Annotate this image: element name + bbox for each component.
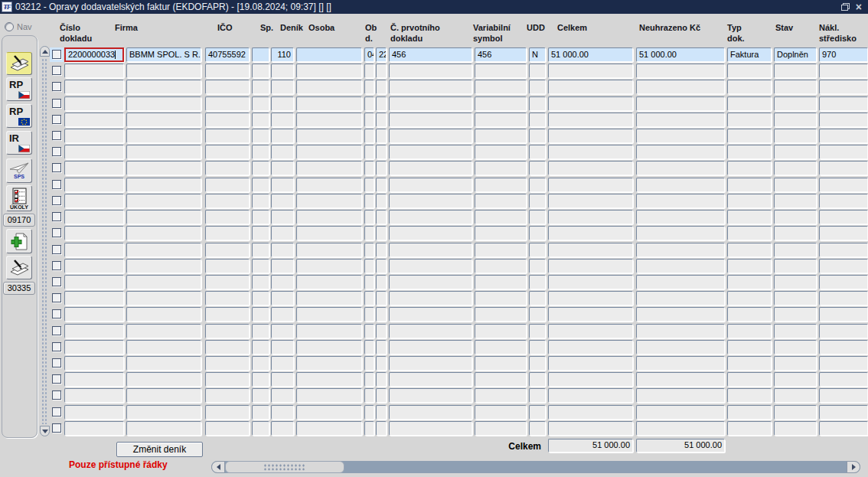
cell-typ[interactable] [727, 356, 772, 371]
cell-typ[interactable] [727, 113, 772, 127]
cell-celkem[interactable] [548, 356, 633, 371]
cell-firma[interactable] [126, 96, 201, 111]
cell-ico[interactable]: 40755592 [205, 47, 250, 62]
cell-neuhrazeno[interactable] [636, 291, 725, 305]
sps-button[interactable]: SPS [6, 158, 32, 183]
cell-nakl[interactable] [819, 226, 868, 240]
cell-celkem[interactable] [548, 161, 633, 175]
cell-typ[interactable] [727, 307, 772, 322]
cell-varsym[interactable] [475, 96, 527, 111]
cell-firma[interactable] [126, 291, 201, 305]
cell-osoba[interactable] [296, 291, 362, 305]
cell-varsym[interactable] [475, 372, 527, 387]
cell-neuhrazeno[interactable] [636, 129, 725, 143]
cell-celkem[interactable] [548, 275, 633, 289]
cell-ob[interactable] [364, 226, 374, 240]
cell-firma[interactable] [126, 405, 201, 420]
cell-typ[interactable] [727, 178, 772, 192]
cell-denik[interactable] [271, 291, 294, 305]
cell-d[interactable] [376, 275, 387, 289]
cell-varsym[interactable] [475, 340, 527, 354]
cell-firma[interactable] [126, 372, 201, 387]
cell-ico[interactable] [205, 145, 250, 159]
cell-prvotni[interactable] [389, 275, 472, 289]
cell-typ[interactable] [727, 64, 772, 78]
cell-typ[interactable] [727, 291, 772, 305]
cell-d[interactable] [376, 113, 387, 127]
cell-celkem[interactable] [548, 307, 633, 322]
cell-sp[interactable] [252, 340, 269, 354]
cell-ico[interactable] [205, 405, 250, 420]
cell-osoba[interactable] [296, 129, 362, 143]
cell-ico[interactable] [205, 161, 250, 175]
cell-ico[interactable] [205, 307, 250, 322]
cell-firma[interactable] [126, 324, 201, 338]
cell-cislo[interactable] [64, 388, 124, 403]
cell-varsym[interactable] [475, 210, 527, 224]
cell-cislo[interactable] [64, 356, 124, 371]
cell-stav[interactable] [774, 113, 817, 127]
cell-prvotni[interactable] [389, 259, 472, 273]
cell-nakl[interactable] [819, 80, 868, 94]
cell-ico[interactable] [205, 259, 250, 273]
cell-typ[interactable] [727, 421, 772, 436]
cell-ob[interactable] [364, 421, 374, 436]
cell-ico[interactable] [205, 275, 250, 289]
cell-udd[interactable] [529, 64, 546, 78]
cell-typ[interactable] [727, 372, 772, 387]
cell-cislo[interactable] [64, 145, 124, 159]
cell-firma[interactable] [126, 340, 201, 354]
cell-ico[interactable] [205, 243, 250, 257]
cell-osoba[interactable] [296, 340, 362, 354]
cell-prvotni[interactable] [389, 291, 472, 305]
cell-denik[interactable] [271, 80, 294, 94]
cell-varsym[interactable] [475, 243, 527, 257]
cell-d[interactable] [376, 340, 387, 354]
cell-firma[interactable] [126, 243, 201, 257]
cell-firma[interactable] [126, 161, 201, 175]
cell-stav[interactable] [774, 421, 817, 436]
cell-sp[interactable] [252, 388, 269, 403]
cell-udd[interactable] [529, 210, 546, 224]
cell-stav[interactable] [774, 64, 817, 78]
cell-ob[interactable] [364, 210, 374, 224]
scroll-left-button[interactable] [211, 461, 225, 473]
cell-stav[interactable] [774, 405, 817, 420]
cell-typ[interactable] [727, 388, 772, 403]
cell-denik[interactable] [271, 372, 294, 387]
cell-prvotni[interactable] [389, 194, 472, 208]
cell-denik[interactable] [271, 243, 294, 257]
cell-sp[interactable] [252, 194, 269, 208]
scroll-right-button[interactable] [847, 461, 860, 473]
cell-varsym[interactable] [475, 405, 527, 420]
cell-celkem[interactable] [548, 259, 633, 273]
cell-nakl[interactable] [819, 96, 868, 111]
cell-celkem[interactable] [548, 388, 633, 403]
cell-denik[interactable] [271, 388, 294, 403]
cell-varsym[interactable] [475, 80, 527, 94]
rp-cz-button[interactable]: RP [6, 77, 32, 101]
cell-celkem[interactable] [548, 145, 633, 159]
cell-udd[interactable] [529, 113, 546, 127]
cell-varsym[interactable] [475, 194, 527, 208]
cell-cislo[interactable] [64, 307, 124, 322]
cell-sp[interactable] [252, 405, 269, 420]
cell-ob[interactable] [364, 145, 374, 159]
add-document-button[interactable] [6, 229, 32, 253]
cell-stav[interactable] [774, 356, 817, 371]
cell-typ[interactable] [727, 275, 772, 289]
cell-denik[interactable] [271, 194, 294, 208]
cell-varsym[interactable] [475, 356, 527, 371]
cell-ico[interactable] [205, 372, 250, 387]
cell-osoba[interactable] [296, 388, 362, 403]
cell-stav[interactable] [774, 161, 817, 175]
cell-ico[interactable] [205, 113, 250, 127]
cell-osoba[interactable] [296, 421, 362, 436]
row-checkbox[interactable] [52, 358, 61, 368]
cell-nakl[interactable] [819, 145, 868, 159]
cell-celkem[interactable] [548, 210, 633, 224]
cell-ob[interactable] [364, 96, 374, 111]
cell-cislo[interactable] [64, 340, 124, 354]
cell-denik[interactable] [271, 421, 294, 436]
cell-denik[interactable] [271, 113, 294, 127]
